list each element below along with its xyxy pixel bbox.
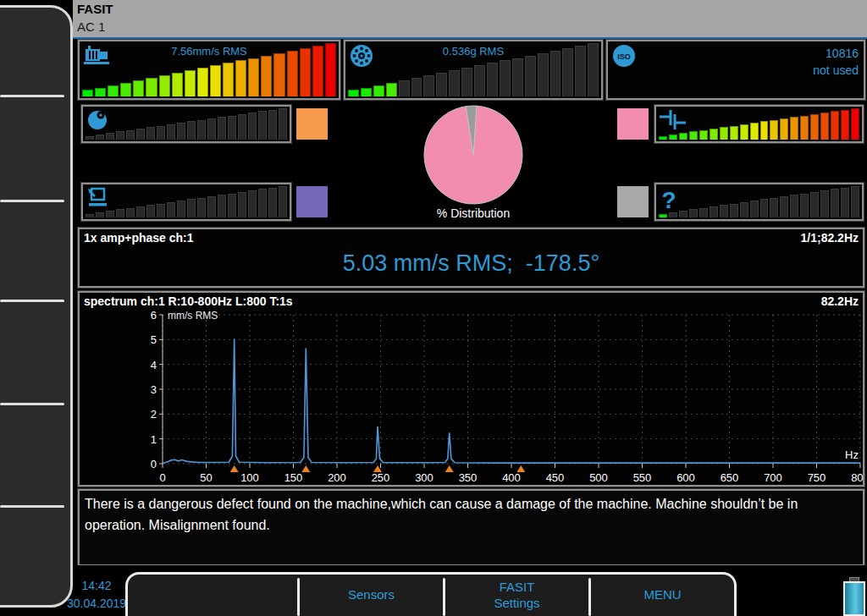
svg-text:1: 1	[151, 433, 157, 446]
status-bar: 14:42 30.04.2019 Sensors FASIT Settings …	[0, 565, 867, 616]
svg-text:200: 200	[328, 471, 346, 484]
svg-text:300: 300	[415, 471, 434, 484]
bottom-button-bar: Sensors FASIT Settings MENU	[125, 572, 737, 616]
clock: 14:42 30.04.2019	[66, 577, 127, 613]
svg-text:mm/s RMS: mm/s RMS	[168, 310, 218, 322]
svg-text:150: 150	[284, 471, 303, 484]
looseness-icon	[86, 186, 109, 209]
svg-text:100: 100	[240, 471, 259, 484]
svg-text:0: 0	[151, 458, 157, 470]
machine-vibration-value: 7.56mm/s RMS	[80, 45, 339, 58]
svg-text:500: 500	[589, 471, 608, 484]
svg-text:250: 250	[372, 471, 390, 484]
left-bezel	[0, 5, 73, 608]
misalignment-legend-swatch	[617, 108, 649, 140]
unbalance-legend-swatch	[296, 108, 328, 140]
misalignment-severity-bars	[658, 108, 860, 140]
looseness-panel[interactable]	[81, 183, 291, 221]
unknown-defect-panel[interactable]: ?	[654, 183, 864, 221]
svg-text:450: 450	[546, 471, 565, 484]
unbalance-severity-bars	[85, 108, 288, 140]
spectrum-chart: 0123456050100150200250300350400450500550…	[80, 306, 863, 486]
svg-text:50: 50	[200, 471, 212, 484]
time-label: 14:42	[66, 577, 127, 595]
svg-text:4: 4	[151, 359, 157, 371]
iso-status: 10816 not used	[813, 45, 859, 79]
distribution-pie: % Distribution	[398, 103, 549, 223]
machine-name: AC 1	[77, 19, 105, 34]
iso-not-used: not used	[813, 62, 859, 79]
svg-text:3: 3	[151, 383, 157, 396]
iso-panel[interactable]: ISO 10816 not used	[606, 40, 865, 100]
machine-vibration-panel[interactable]: 7.56mm/s RMS	[78, 40, 340, 100]
date-label: 30.04.2019	[66, 595, 127, 613]
advice-text: There is a dangerous defect found on the…	[85, 494, 856, 536]
fasit-settings-button[interactable]: FASIT Settings	[445, 575, 588, 616]
bezel-separator	[0, 300, 64, 302]
svg-text:550: 550	[633, 471, 652, 484]
unknown-legend-swatch	[617, 186, 649, 217]
looseness-severity-bars	[85, 186, 288, 217]
svg-text:750: 750	[808, 471, 826, 484]
amp-phase-value: 5.03 mm/s RMS; -178.5°	[80, 250, 863, 277]
pie-title: % Distribution	[398, 206, 549, 220]
svg-text:?: ?	[661, 187, 676, 213]
bearing-condition-value: 0.536g RMS	[345, 45, 601, 58]
svg-text:Hz: Hz	[845, 448, 859, 461]
fasit-screen: FASIT AC 1 7.56mm/s RMS 0.536g RMS	[0, 0, 867, 616]
svg-text:6: 6	[151, 309, 157, 322]
menu-button[interactable]: MENU	[591, 575, 734, 616]
unbalance-icon	[86, 108, 109, 131]
battery-level	[843, 581, 865, 616]
svg-text:ISO: ISO	[617, 52, 631, 61]
unbalance-panel[interactable]	[81, 105, 291, 143]
svg-text:600: 600	[676, 471, 695, 484]
bearing-condition-panel[interactable]: 0.536g RMS	[344, 40, 603, 100]
spectrum-panel: spectrum ch:1 R:10-800Hz L:800 T:1s 82.2…	[78, 291, 864, 487]
distribution-pie-chart	[398, 103, 549, 206]
svg-text:650: 650	[721, 471, 739, 484]
svg-text:700: 700	[764, 471, 782, 484]
advice-panel: There is a dangerous defect found on the…	[78, 489, 864, 566]
svg-text:0: 0	[159, 471, 165, 484]
svg-text:2: 2	[151, 408, 157, 421]
svg-text:400: 400	[502, 471, 521, 484]
misalignment-icon	[660, 108, 687, 132]
bezel-separator	[0, 505, 64, 508]
amp-phase-panel: 1x amp+phase ch:1 1/1;82.2Hz 5.03 mm/s R…	[78, 228, 864, 288]
iso-icon: ISO	[611, 43, 637, 69]
bezel-separator	[0, 403, 64, 405]
bezel-separator	[0, 95, 64, 97]
question-icon: ?	[660, 186, 680, 213]
battery-icon	[843, 577, 865, 616]
iso-standard: 10816	[813, 45, 859, 62]
amp-phase-title: 1x amp+phase ch:1	[84, 231, 194, 245]
looseness-legend-swatch	[296, 186, 328, 217]
svg-text:800: 800	[851, 471, 863, 484]
bezel-separator	[0, 200, 64, 202]
misalignment-panel[interactable]	[654, 105, 864, 143]
svg-text:5: 5	[151, 333, 157, 346]
header: FASIT AC 1	[73, 0, 867, 39]
empty-button[interactable]	[128, 575, 297, 616]
sensors-button[interactable]: Sensors	[300, 575, 443, 616]
unknown-severity-bars	[658, 186, 860, 217]
amp-phase-range: 1/1;82.2Hz	[801, 231, 859, 245]
page-title: FASIT	[77, 2, 113, 16]
svg-text:350: 350	[459, 471, 478, 484]
